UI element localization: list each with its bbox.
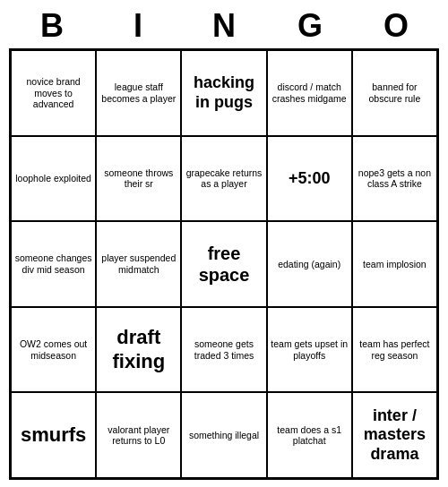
bingo-letter: N <box>185 7 263 45</box>
bingo-cell: league staff becomes a player <box>96 50 181 136</box>
bingo-cell: player suspended midmatch <box>96 221 181 307</box>
bingo-cell: something illegal <box>181 392 266 478</box>
bingo-cell: team has perfect reg season <box>352 307 437 393</box>
bingo-cell: team implosion <box>352 221 437 307</box>
bingo-cell: team gets upset in playoffs <box>267 307 352 393</box>
bingo-cell: smurfs <box>11 392 96 478</box>
bingo-title: BINGO <box>9 7 439 45</box>
bingo-cell: discord / match crashes midgame <box>267 50 352 136</box>
bingo-cell: inter / masters drama <box>352 392 437 478</box>
bingo-cell: draft fixing <box>96 307 181 393</box>
bingo-cell: novice brand moves to advanced <box>11 50 96 136</box>
bingo-cell: loophole exploited <box>11 136 96 222</box>
bingo-grid: novice brand moves to advancedleague sta… <box>9 48 439 480</box>
bingo-cell: team does a s1 platchat <box>267 392 352 478</box>
bingo-cell: OW2 comes out midseason <box>11 307 96 393</box>
bingo-cell: someone gets traded 3 times <box>181 307 266 393</box>
bingo-cell: banned for obscure rule <box>352 50 437 136</box>
bingo-cell: free space <box>181 221 266 307</box>
bingo-letter: O <box>357 7 435 45</box>
bingo-cell: someone changes div mid season <box>11 221 96 307</box>
bingo-cell: grapecake returns as a player <box>181 136 266 222</box>
bingo-cell: hacking in pugs <box>181 50 266 136</box>
bingo-cell: nope3 gets a non class A strike <box>352 136 437 222</box>
bingo-cell: +5:00 <box>267 136 352 222</box>
bingo-letter: B <box>13 7 91 45</box>
bingo-cell: edating (again) <box>267 221 352 307</box>
bingo-cell: valorant player returns to L0 <box>96 392 181 478</box>
bingo-letter: I <box>99 7 177 45</box>
bingo-letter: G <box>271 7 349 45</box>
bingo-cell: someone throws their sr <box>96 136 181 222</box>
